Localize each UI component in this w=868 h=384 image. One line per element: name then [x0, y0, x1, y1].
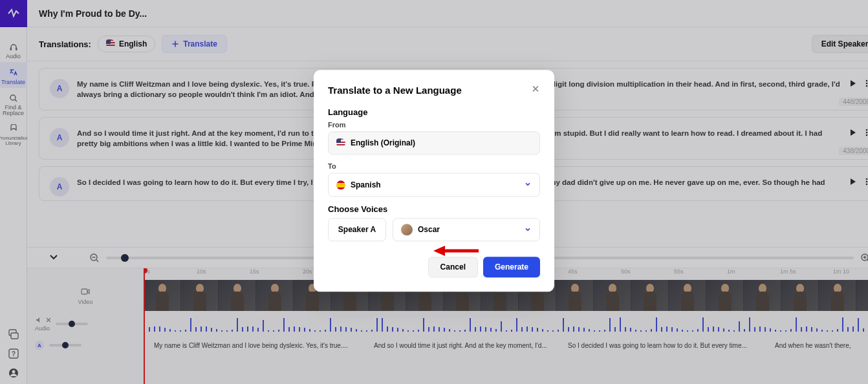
from-language-field: English (Original): [328, 131, 540, 155]
close-icon: [531, 84, 540, 93]
voice-name: Oscar: [418, 225, 440, 234]
us-flag-icon: [336, 138, 345, 147]
voices-section: Choose Voices: [328, 204, 540, 214]
language-section: Language: [328, 107, 540, 117]
cancel-button[interactable]: Cancel: [428, 257, 478, 277]
translate-modal: Translate to a New Language Language Fro…: [314, 70, 554, 292]
modal-title: Translate to a New Language: [328, 85, 531, 96]
voice-select[interactable]: Oscar: [393, 218, 540, 241]
from-label: From: [328, 121, 540, 129]
to-language-select[interactable]: Spanish: [328, 173, 540, 197]
chevron-down-icon: [524, 225, 532, 235]
annotation-arrow: [433, 244, 479, 257]
field-value: Spanish: [351, 180, 381, 189]
generate-button[interactable]: Generate: [483, 257, 540, 277]
speaker-label: Speaker A: [328, 218, 386, 241]
field-value: English (Original): [351, 138, 415, 147]
to-label: To: [328, 162, 540, 170]
voice-avatar-icon: [401, 224, 413, 235]
chevron-down-icon: [524, 180, 532, 189]
close-button[interactable]: [531, 84, 540, 96]
es-flag-icon: [336, 180, 345, 189]
